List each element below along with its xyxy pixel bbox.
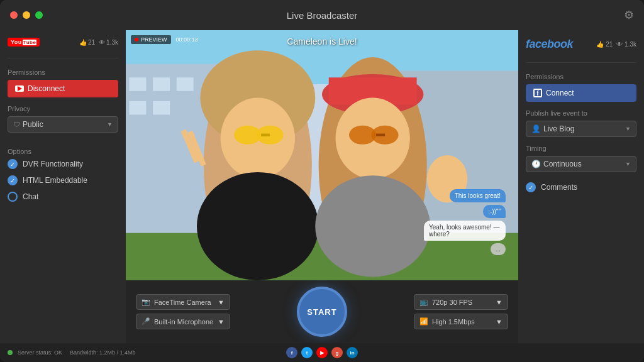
- quality-icon: 📺: [419, 298, 428, 306]
- recording-dot: [135, 38, 138, 41]
- minimize-button[interactable]: [23, 11, 30, 19]
- chat-checkbox[interactable]: [8, 192, 18, 202]
- svg-rect-5: [153, 77, 170, 91]
- mic-chevron-icon: ▼: [218, 318, 225, 326]
- html-checkbox[interactable]: ✓: [8, 175, 18, 185]
- blog-icon: 👤: [531, 124, 541, 133]
- comments-option[interactable]: ✓ Comments: [526, 182, 636, 192]
- facebook-stats: 👍 21 👁 1.3k: [596, 41, 636, 48]
- youtube-stats: 👍 21 👁 1.3k: [79, 39, 118, 46]
- svg-rect-15: [261, 134, 270, 136]
- chat-bubble-2: :-))"": [483, 205, 506, 218]
- timer-display: 00:00:13: [176, 36, 198, 43]
- svg-point-16: [197, 172, 319, 280]
- camera-select[interactable]: 📷 FaceTime Camera ▼: [136, 294, 230, 310]
- settings-icon[interactable]: ⚙: [624, 8, 634, 22]
- youtube-logo: YouTube 👍 21 👁 1.3k: [8, 38, 118, 47]
- center-area: PREVIEW 00:00:13 Cameleon is Live! This …: [126, 30, 518, 343]
- preview-badge: PREVIEW: [131, 35, 171, 44]
- app-title: Live Broadcaster: [287, 10, 358, 21]
- quality-select[interactable]: 📺 720p 30 FPS ▼: [414, 294, 508, 310]
- chevron-down-icon: ▼: [107, 121, 113, 128]
- live-overlay: PREVIEW 00:00:13: [131, 35, 198, 44]
- start-button[interactable]: START: [297, 287, 347, 337]
- twitter-social-icon[interactable]: t: [301, 347, 313, 358]
- fb-likes: 👍 21: [596, 41, 613, 48]
- maximize-button[interactable]: [35, 11, 43, 19]
- input-controls: 📷 FaceTime Camera ▼ 🎤 Built-in Microphon…: [136, 294, 230, 329]
- thumb-icon: 👍: [79, 39, 87, 46]
- eye-icon: 👁: [99, 39, 105, 46]
- timing-label: Timing: [526, 145, 636, 152]
- svg-rect-8: [153, 101, 170, 115]
- video-background: PREVIEW 00:00:13 Cameleon is Live! This …: [126, 30, 518, 280]
- clock-icon: 🕐: [531, 160, 541, 168]
- left-sidebar: YouTube 👍 21 👁 1.3k Permissions: [0, 30, 126, 343]
- chat-overlay: This looks great! :-))"" Yeah, looks awe…: [424, 189, 506, 255]
- social-icons-bar: f t ▶ g in: [286, 347, 358, 358]
- main-content: YouTube 👍 21 👁 1.3k Permissions: [0, 30, 644, 343]
- disconnect-button[interactable]: Disconnect: [8, 80, 118, 97]
- bandwidth-select[interactable]: 📶 High 1.5Mbps ▼: [414, 314, 508, 329]
- options-label: Options: [8, 148, 118, 155]
- option-chat[interactable]: Chat: [8, 192, 118, 202]
- live-text-banner: Cameleon is Live!: [287, 36, 357, 47]
- googleplus-social-icon[interactable]: g: [331, 347, 343, 358]
- youtube-views: 👁 1.3k: [99, 39, 118, 46]
- youtube-social-icon[interactable]: ▶: [316, 347, 328, 358]
- linkedin-social-icon[interactable]: in: [347, 347, 358, 358]
- output-controls: 📺 720p 30 FPS ▼ 📶 High 1.5Mbps ▼: [414, 294, 508, 329]
- wifi-icon: 📶: [419, 317, 428, 326]
- traffic-lights: [10, 11, 43, 19]
- facebook-btn-icon: f: [533, 89, 542, 97]
- yt-btn-icon: [15, 85, 24, 92]
- right-sidebar: facebook 👍 21 👁 1.3k Permissions f Conne…: [518, 30, 644, 343]
- svg-point-24: [315, 175, 430, 277]
- divider-2: [526, 62, 636, 63]
- status-bar: Server status: OK Bandwidth: 1.2Mb / 1.4…: [0, 343, 644, 362]
- permissions-label-right: Permissions: [526, 73, 636, 80]
- facebook-social-icon[interactable]: f: [286, 347, 297, 358]
- facebook-header: facebook 👍 21 👁 1.3k: [526, 38, 636, 51]
- video-container: PREVIEW 00:00:13 Cameleon is Live! This …: [126, 30, 518, 280]
- bandwidth-status: Bandwidth: 1.2Mb / 1.4Mb: [70, 349, 136, 356]
- timing-dropdown[interactable]: 🕐 Continuous ▼: [526, 156, 636, 172]
- thumb-up-icon: 👍: [596, 41, 604, 48]
- app-window: Live Broadcaster ⚙ YouTube 👍 21 👁 1.3k: [0, 0, 644, 362]
- privacy-label: Privacy: [8, 105, 118, 112]
- shield-icon: 🛡: [13, 121, 20, 128]
- option-html-embeddable[interactable]: ✓ HTML Embeddable: [8, 175, 118, 185]
- close-button[interactable]: [10, 11, 18, 19]
- svg-rect-4: [129, 77, 146, 91]
- quality-chevron-icon: ▼: [496, 299, 502, 306]
- publish-dropdown[interactable]: 👤 Live Blog ▼: [526, 121, 636, 137]
- divider-1: [8, 58, 118, 58]
- title-bar: Live Broadcaster ⚙: [0, 0, 644, 30]
- svg-rect-23: [376, 134, 385, 136]
- camera-chevron-icon: ▼: [218, 299, 225, 306]
- timing-chevron-icon: ▼: [625, 161, 631, 167]
- microphone-select[interactable]: 🎤 Built-in Microphone ▼: [136, 314, 230, 329]
- chat-typing-indicator: ...: [491, 243, 506, 255]
- youtube-likes: 👍 21: [79, 39, 95, 46]
- bandwidth-chevron-icon: ▼: [496, 318, 502, 326]
- camera-icon: 📷: [142, 298, 150, 306]
- chat-bubble-3: Yeah, looks awesome! —where?: [424, 221, 506, 241]
- publish-chevron-icon: ▼: [625, 126, 631, 132]
- options-section: Options ✓ DVR Functionality ✓ HTML Embed…: [8, 143, 118, 208]
- option-dvr[interactable]: ✓ DVR Functionality: [8, 159, 118, 169]
- youtube-icon: YouTube: [8, 38, 40, 47]
- connect-button[interactable]: f Connect: [526, 84, 636, 102]
- chat-bubble-1: This looks great!: [450, 189, 506, 202]
- microphone-icon: 🎤: [142, 317, 150, 326]
- bottom-controls: 📷 FaceTime Camera ▼ 🎤 Built-in Microphon…: [126, 280, 518, 343]
- fb-views: 👁 1.3k: [616, 41, 636, 48]
- publish-label: Publish live event to: [526, 109, 636, 117]
- privacy-dropdown[interactable]: 🛡 Public ▼: [8, 116, 118, 133]
- svg-rect-7: [129, 101, 146, 115]
- status-indicator: [8, 350, 13, 355]
- permissions-label-left: Permissions: [8, 69, 118, 76]
- facebook-logo: facebook: [526, 38, 573, 51]
- comments-checkbox[interactable]: ✓: [526, 182, 536, 192]
- dvr-checkbox[interactable]: ✓: [8, 159, 18, 169]
